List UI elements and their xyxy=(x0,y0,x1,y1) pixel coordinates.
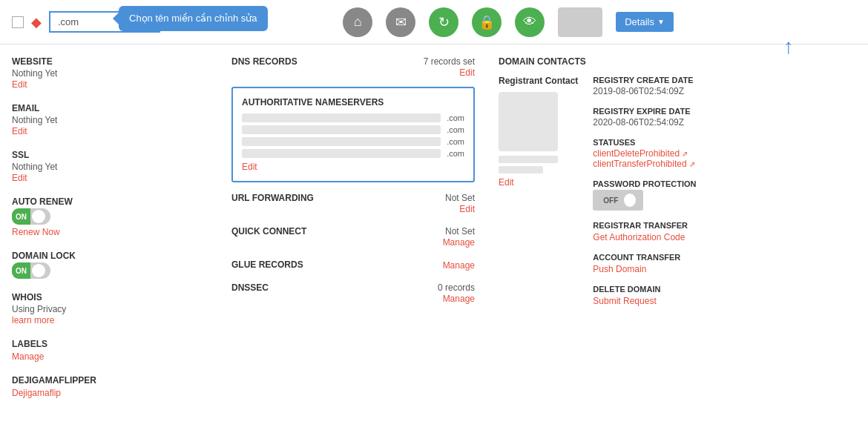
pass-label: PASSWORD PROTECTION xyxy=(593,179,844,188)
reg-text-2 xyxy=(499,166,543,173)
renew-now-link[interactable]: Renew Now xyxy=(12,227,60,237)
autorenew-toggle[interactable]: ON xyxy=(12,208,50,225)
transfer-row: REGISTRAR TRANSFER Get Authorization Cod… xyxy=(593,221,844,242)
tooltip-bubble: Chọn tên miền cần chỉnh sửa xyxy=(119,6,268,31)
quick-manage-link[interactable]: Manage xyxy=(443,237,475,248)
password-row: PASSWORD PROTECTION OFF xyxy=(593,179,844,211)
ssl-value: Nothing Yet xyxy=(12,162,220,172)
account-link[interactable]: Push Domain xyxy=(593,264,646,274)
status-1-link[interactable]: clientDeleteProhibited ⇗ xyxy=(593,148,844,159)
website-section: WEBSITE Nothing Yet Edit xyxy=(12,56,220,90)
lock-button[interactable]: 🔒 xyxy=(472,7,502,37)
email-button[interactable]: ✉ xyxy=(386,7,415,37)
status-2-link[interactable]: clientTransferProhibited ⇗ xyxy=(593,159,844,169)
tooltip-text: Chọn tên miền cần chỉnh sửa xyxy=(129,13,257,24)
external-link-icon-2: ⇗ xyxy=(689,160,695,168)
ssl-section: SSL Nothing Yet Edit xyxy=(12,150,220,183)
ns-blur-4 xyxy=(242,149,441,158)
email-label: EMAIL xyxy=(12,103,220,113)
dnssec-value: 0 records xyxy=(438,282,475,293)
quick-value: Not Set xyxy=(443,226,475,236)
registrant-contact: Registrant Contact Edit xyxy=(499,76,578,317)
dejiga-label: DEJIGAMAFLIPPER xyxy=(12,375,220,386)
reg-edit-link[interactable]: Edit xyxy=(499,177,514,188)
autorenew-on-label: ON xyxy=(12,208,30,225)
email-section: EMAIL Nothing Yet Edit xyxy=(12,103,220,136)
home-button[interactable]: ⌂ xyxy=(343,7,372,37)
pass-toggle-container: OFF xyxy=(593,190,844,211)
quick-connect-section: QUICK CONNECT Not Set Manage xyxy=(231,226,475,248)
website-label: WEBSITE xyxy=(12,56,220,67)
dnssec-manage-link[interactable]: Manage xyxy=(443,294,475,304)
create-date-row: REGISTRY CREATE DATE 2019-08-06T02:54:09… xyxy=(593,76,844,96)
domainlock-toggle[interactable]: ON xyxy=(12,262,50,279)
reg-text-1 xyxy=(499,156,558,163)
ssl-label: SSL xyxy=(12,150,220,160)
whois-learn-link[interactable]: learn more xyxy=(12,315,54,325)
ns-row-3: .com xyxy=(242,137,464,146)
eye-button[interactable]: 👁 xyxy=(515,7,545,37)
statuses-row: STATUSES clientDeleteProhibited ⇗ client… xyxy=(593,138,844,169)
transfer-link[interactable]: Get Authorization Code xyxy=(593,232,685,242)
dnssec-title: DNSSEC xyxy=(231,282,269,293)
dns-header: DNS RECORDS 7 records set Edit xyxy=(231,56,475,78)
ns-edit-link[interactable]: Edit xyxy=(242,162,257,172)
main-content: WEBSITE Nothing Yet Edit EMAIL Nothing Y… xyxy=(0,44,868,430)
left-column: WEBSITE Nothing Yet Edit EMAIL Nothing Y… xyxy=(12,56,220,418)
ns-title: AUTHORITATIVE NAMESERVERS xyxy=(242,97,464,108)
registrant-avatar xyxy=(499,92,558,151)
whois-value: Using Privacy xyxy=(12,304,220,314)
dnssec-header: DNSSEC 0 records Manage xyxy=(231,282,475,304)
statuses-label: STATUSES xyxy=(593,138,844,147)
dns-title: DNS RECORDS xyxy=(231,56,297,67)
labels-manage-link[interactable]: Manage xyxy=(12,351,44,362)
dns-edit-link[interactable]: Edit xyxy=(459,67,475,78)
website-value: Nothing Yet xyxy=(12,68,220,79)
ns-row-4: .com xyxy=(242,149,464,158)
status2-text: clientTransferProhibited xyxy=(593,159,686,169)
glue-header: GLUE RECORDS Manage xyxy=(231,259,475,271)
url-forwarding-section: URL FORWARDING Not Set Edit xyxy=(231,193,475,214)
whois-label: WHOIS xyxy=(12,292,220,302)
labels-label: LABELS xyxy=(12,339,220,349)
website-edit-link[interactable]: Edit xyxy=(12,79,27,90)
domain-checkbox[interactable] xyxy=(12,16,24,28)
bookmark-icon[interactable]: ◆ xyxy=(31,14,42,30)
ns-suffix-4: .com xyxy=(447,149,464,158)
create-date-label: REGISTRY CREATE DATE xyxy=(593,76,844,85)
glue-manage-link[interactable]: Manage xyxy=(443,260,475,271)
pass-off-label: OFF xyxy=(593,190,643,211)
ns-blur-3 xyxy=(242,137,441,146)
expire-date-value: 2020-08-06T02:54:09Z xyxy=(593,117,844,128)
details-button[interactable]: Details ▼ xyxy=(616,12,674,32)
delete-row: DELETE DOMAIN Submit Request xyxy=(593,285,844,306)
details-label: Details xyxy=(625,16,654,27)
glue-title: GLUE RECORDS xyxy=(231,259,303,270)
expire-date-row: REGISTRY EXPIRE DATE 2020-08-06T02:54:09… xyxy=(593,107,844,128)
autorenew-toggle-container: ON xyxy=(12,208,220,225)
url-value: Not Set xyxy=(445,193,475,203)
quick-title: QUICK CONNECT xyxy=(231,226,306,236)
email-edit-link[interactable]: Edit xyxy=(12,126,27,136)
labels-section: LABELS Manage xyxy=(12,339,220,362)
ns-suffix-2: .com xyxy=(447,125,464,134)
pass-off-text: OFF xyxy=(599,196,622,205)
delete-link[interactable]: Submit Request xyxy=(593,296,656,306)
glue-records-section: GLUE RECORDS Manage xyxy=(231,259,475,271)
expire-date-label: REGISTRY EXPIRE DATE xyxy=(593,107,844,116)
ns-suffix-1: .com xyxy=(447,113,464,122)
delete-label: DELETE DOMAIN xyxy=(593,285,844,294)
ns-blur-1 xyxy=(242,113,441,122)
ssl-edit-link[interactable]: Edit xyxy=(12,173,27,183)
domain-info: REGISTRY CREATE DATE 2019-08-06T02:54:09… xyxy=(593,76,844,317)
domainlock-label: DOMAIN LOCK xyxy=(12,251,220,261)
url-edit-link[interactable]: Edit xyxy=(459,204,475,214)
registrant-title: Registrant Contact xyxy=(499,76,578,86)
refresh-button[interactable]: ↻ xyxy=(429,7,458,37)
status1-text: clientDeleteProhibited xyxy=(593,148,680,159)
pass-toggle[interactable]: OFF xyxy=(599,192,637,208)
blue-arrow-icon: ↑ xyxy=(783,35,794,59)
top-icons: ⌂ ✉ ↻ 🔒 👁 Details ▼ xyxy=(343,7,674,37)
account-row: ACCOUNT TRANSFER Push Domain xyxy=(593,253,844,274)
pass-knob xyxy=(624,194,636,207)
